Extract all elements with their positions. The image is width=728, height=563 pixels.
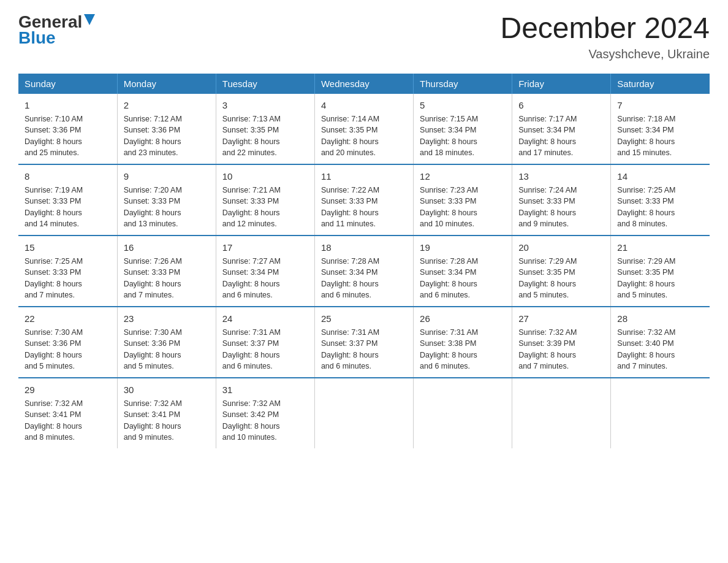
day-number: 12 [420,170,506,183]
page-header: General Blue December 2024 Vasyshcheve, … [18,12,710,61]
day-info: Sunrise: 7:29 AMSunset: 3:35 PMDaylight:… [518,257,577,300]
calendar-cell: 18Sunrise: 7:28 AMSunset: 3:34 PMDayligh… [314,236,413,307]
day-info: Sunrise: 7:12 AMSunset: 3:36 PMDaylight:… [124,115,182,158]
calendar-cell: 16Sunrise: 7:26 AMSunset: 3:33 PMDayligh… [117,236,216,307]
page-title: December 2024 [500,12,710,45]
page-subtitle: Vasyshcheve, Ukraine [500,47,710,61]
header-friday: Friday [512,74,611,94]
week-row-1: 1Sunrise: 7:10 AMSunset: 3:36 PMDaylight… [18,94,710,164]
calendar-cell: 11Sunrise: 7:22 AMSunset: 3:33 PMDayligh… [314,164,413,236]
calendar-cell: 30Sunrise: 7:32 AMSunset: 3:41 PMDayligh… [117,378,216,448]
day-number: 27 [518,312,604,325]
logo-arrow-icon [84,14,95,28]
day-info: Sunrise: 7:13 AMSunset: 3:35 PMDaylight:… [222,115,281,158]
calendar-cell [414,378,512,448]
day-number: 26 [420,312,506,325]
calendar-cell: 27Sunrise: 7:32 AMSunset: 3:39 PMDayligh… [512,307,611,378]
day-number: 4 [321,99,407,112]
day-number: 13 [518,170,604,183]
day-number: 10 [222,170,308,183]
calendar-cell: 21Sunrise: 7:29 AMSunset: 3:35 PMDayligh… [611,236,710,307]
day-number: 30 [124,383,210,396]
calendar-cell: 20Sunrise: 7:29 AMSunset: 3:35 PMDayligh… [512,236,611,307]
calendar-cell: 4Sunrise: 7:14 AMSunset: 3:35 PMDaylight… [314,94,413,164]
day-info: Sunrise: 7:22 AMSunset: 3:33 PMDaylight:… [321,186,379,229]
day-number: 14 [617,170,703,183]
day-info: Sunrise: 7:25 AMSunset: 3:33 PMDaylight:… [617,186,675,229]
day-info: Sunrise: 7:20 AMSunset: 3:33 PMDaylight:… [124,186,182,229]
day-number: 1 [25,99,111,112]
header-thursday: Thursday [414,74,512,94]
day-info: Sunrise: 7:32 AMSunset: 3:41 PMDaylight:… [25,399,83,442]
calendar-cell [611,378,710,448]
calendar-cell: 3Sunrise: 7:13 AMSunset: 3:35 PMDaylight… [216,94,314,164]
day-number: 3 [222,99,308,112]
logo: General Blue [18,12,95,47]
day-number: 19 [420,241,506,254]
day-info: Sunrise: 7:19 AMSunset: 3:33 PMDaylight:… [25,186,83,229]
week-row-2: 8Sunrise: 7:19 AMSunset: 3:33 PMDaylight… [18,164,710,236]
calendar-cell: 6Sunrise: 7:17 AMSunset: 3:34 PMDaylight… [512,94,611,164]
week-row-4: 22Sunrise: 7:30 AMSunset: 3:36 PMDayligh… [18,307,710,378]
calendar-cell: 8Sunrise: 7:19 AMSunset: 3:33 PMDaylight… [18,164,117,236]
day-number: 11 [321,170,407,183]
calendar-cell [314,378,413,448]
day-info: Sunrise: 7:18 AMSunset: 3:34 PMDaylight:… [617,115,675,158]
week-row-5: 29Sunrise: 7:32 AMSunset: 3:41 PMDayligh… [18,378,710,448]
day-number: 17 [222,241,308,254]
day-info: Sunrise: 7:32 AMSunset: 3:40 PMDaylight:… [617,328,675,371]
logo-blue-text: Blue [18,29,56,47]
day-number: 16 [124,241,210,254]
day-info: Sunrise: 7:23 AMSunset: 3:33 PMDaylight:… [420,186,478,229]
day-number: 7 [617,99,703,112]
day-number: 29 [25,383,111,396]
calendar-table: SundayMondayTuesdayWednesdayThursdayFrid… [18,74,710,448]
day-info: Sunrise: 7:21 AMSunset: 3:33 PMDaylight:… [222,186,281,229]
day-number: 24 [222,312,308,325]
header-monday: Monday [117,74,216,94]
day-info: Sunrise: 7:32 AMSunset: 3:42 PMDaylight:… [222,399,281,442]
header-tuesday: Tuesday [216,74,314,94]
calendar-cell: 17Sunrise: 7:27 AMSunset: 3:34 PMDayligh… [216,236,314,307]
day-info: Sunrise: 7:24 AMSunset: 3:33 PMDaylight:… [518,186,577,229]
svg-marker-0 [84,14,95,25]
day-number: 15 [25,241,111,254]
day-info: Sunrise: 7:27 AMSunset: 3:34 PMDaylight:… [222,257,281,300]
calendar-cell: 5Sunrise: 7:15 AMSunset: 3:34 PMDaylight… [414,94,512,164]
week-row-3: 15Sunrise: 7:25 AMSunset: 3:33 PMDayligh… [18,236,710,307]
day-info: Sunrise: 7:31 AMSunset: 3:37 PMDaylight:… [222,328,281,371]
day-info: Sunrise: 7:17 AMSunset: 3:34 PMDaylight:… [518,115,577,158]
day-number: 9 [124,170,210,183]
day-number: 5 [420,99,506,112]
day-info: Sunrise: 7:28 AMSunset: 3:34 PMDaylight:… [420,257,478,300]
calendar-cell: 2Sunrise: 7:12 AMSunset: 3:36 PMDaylight… [117,94,216,164]
day-info: Sunrise: 7:31 AMSunset: 3:38 PMDaylight:… [420,328,478,371]
day-info: Sunrise: 7:29 AMSunset: 3:35 PMDaylight:… [617,257,675,300]
calendar-cell: 9Sunrise: 7:20 AMSunset: 3:33 PMDaylight… [117,164,216,236]
calendar-cell: 28Sunrise: 7:32 AMSunset: 3:40 PMDayligh… [611,307,710,378]
day-info: Sunrise: 7:25 AMSunset: 3:33 PMDaylight:… [25,257,83,300]
calendar-cell: 25Sunrise: 7:31 AMSunset: 3:37 PMDayligh… [314,307,413,378]
day-number: 20 [518,241,604,254]
calendar-cell: 24Sunrise: 7:31 AMSunset: 3:37 PMDayligh… [216,307,314,378]
day-number: 25 [321,312,407,325]
day-number: 18 [321,241,407,254]
day-info: Sunrise: 7:14 AMSunset: 3:35 PMDaylight:… [321,115,379,158]
calendar-cell: 1Sunrise: 7:10 AMSunset: 3:36 PMDaylight… [18,94,117,164]
day-number: 28 [617,312,703,325]
day-info: Sunrise: 7:15 AMSunset: 3:34 PMDaylight:… [420,115,478,158]
calendar-cell: 13Sunrise: 7:24 AMSunset: 3:33 PMDayligh… [512,164,611,236]
calendar-cell: 10Sunrise: 7:21 AMSunset: 3:33 PMDayligh… [216,164,314,236]
day-info: Sunrise: 7:30 AMSunset: 3:36 PMDaylight:… [124,328,182,371]
calendar-cell [512,378,611,448]
header-sunday: Sunday [18,74,117,94]
day-info: Sunrise: 7:10 AMSunset: 3:36 PMDaylight:… [25,115,83,158]
day-number: 21 [617,241,703,254]
calendar-cell: 23Sunrise: 7:30 AMSunset: 3:36 PMDayligh… [117,307,216,378]
day-info: Sunrise: 7:26 AMSunset: 3:33 PMDaylight:… [124,257,182,300]
header-wednesday: Wednesday [314,74,413,94]
calendar-cell: 22Sunrise: 7:30 AMSunset: 3:36 PMDayligh… [18,307,117,378]
day-number: 8 [25,170,111,183]
day-info: Sunrise: 7:31 AMSunset: 3:37 PMDaylight:… [321,328,379,371]
calendar-cell: 26Sunrise: 7:31 AMSunset: 3:38 PMDayligh… [414,307,512,378]
